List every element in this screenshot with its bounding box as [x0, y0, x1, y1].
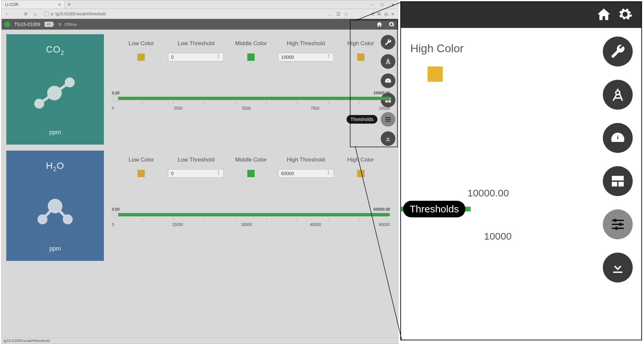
svg-point-6: [47, 86, 62, 100]
wrench-icon: [610, 44, 626, 59]
close-window-button[interactable]: ✕: [387, 1, 398, 8]
co2-slider-fill: [117, 97, 390, 100]
reader-icon[interactable]: ☰: [336, 11, 341, 17]
zoom-body: High Color 10000.00 Thresholds 10000: [401, 28, 641, 340]
zoom-layout-button[interactable]: [603, 166, 633, 196]
h2o-unit: ppm: [49, 245, 61, 252]
h2o-slider-handle[interactable]: [112, 211, 119, 218]
h2o-low-color-swatch[interactable]: [137, 170, 145, 177]
home-nav-button[interactable]: [375, 20, 383, 28]
more-icon[interactable]: …: [328, 11, 333, 17]
spinner-icon[interactable]: ▲▼: [327, 54, 333, 59]
co2-range: 0.00 10000.00 025005000750010000: [112, 97, 390, 111]
label-low-color: Low Color: [114, 157, 169, 163]
reload-icon[interactable]: ⟳: [22, 11, 30, 17]
gauge-icon: [610, 130, 626, 146]
screenshot-icon[interactable]: ⧉: [377, 11, 381, 17]
co2-low-threshold-input[interactable]: [168, 53, 224, 61]
download-icon: [610, 260, 626, 276]
label-high-threshold: High Threshold: [279, 157, 333, 163]
spinner-icon[interactable]: ▲▼: [217, 54, 222, 59]
wifi-status: Offline: [57, 22, 77, 27]
h2o-high-threshold-input[interactable]: [278, 169, 334, 178]
menu-icon[interactable]: ≡: [391, 11, 394, 17]
svg-point-15: [615, 227, 618, 230]
zoom-gauge-button[interactable]: [603, 123, 633, 153]
zoom-wrench-button[interactable]: [603, 37, 633, 66]
shield-icon: [44, 12, 49, 16]
insecure-icon: ⧄: [51, 12, 53, 16]
library-icon[interactable]: ⎙: [371, 11, 374, 17]
h2o-high-color-swatch[interactable]: [357, 170, 364, 177]
label-middle-color: Middle Color: [223, 40, 278, 47]
svg-point-13: [613, 219, 617, 222]
zoom-high-color-swatch[interactable]: [428, 66, 443, 82]
label-low-threshold: Low Threshold: [169, 40, 223, 47]
minimize-button[interactable]: ─: [366, 1, 377, 8]
back-icon[interactable]: ←: [4, 11, 11, 17]
star-icon[interactable]: ☆: [344, 11, 348, 17]
account-icon[interactable]: ◎: [384, 11, 388, 17]
device-name: TG15-01009: [14, 22, 40, 27]
co2-unit: ppm: [49, 129, 61, 136]
url-bar[interactable]: ⧄ tg15-01009.local/#/threshold: [44, 12, 326, 16]
h2o-low-threshold-input[interactable]: [168, 169, 224, 178]
svg-point-10: [48, 199, 62, 213]
tab-title: LI-COR: [5, 2, 19, 7]
h2o-panel: H2O ppm Low Color Low Threshold Middle C…: [6, 151, 393, 261]
close-icon[interactable]: ✕: [58, 2, 61, 7]
home-icon[interactable]: ⌂: [32, 11, 39, 17]
label-low-color: Low Color: [114, 40, 169, 47]
new-tab-button[interactable]: ＋: [65, 1, 73, 8]
zoom-compass-button[interactable]: [603, 80, 633, 110]
browser-status-bar: tg15-01009.local/#/threshold: [2, 338, 398, 344]
url-text: tg15-01009.local/#/threshold: [55, 12, 106, 16]
conn-status: Offline: [64, 22, 77, 27]
h2o-slider-track[interactable]: [112, 213, 390, 216]
co2-settings: Low Color Low Threshold Middle Color Hig…: [109, 34, 393, 145]
co2-panel: CO2 ppm Low Color Low Threshold Middle C…: [6, 34, 393, 145]
h2o-range-min: 0.00: [112, 207, 120, 212]
co2-high-threshold-input[interactable]: [278, 53, 334, 61]
svg-point-11: [38, 214, 47, 224]
svg-point-5: [34, 99, 44, 109]
zoom-download-button[interactable]: [603, 253, 633, 283]
co2-low-color-swatch[interactable]: [137, 54, 145, 61]
gear-icon: [617, 7, 633, 22]
svg-point-12: [63, 214, 73, 224]
co2-middle-color-swatch[interactable]: [247, 54, 255, 61]
co2-slider-track[interactable]: [112, 97, 390, 100]
browser-window: LI-COR ✕ ＋ ─ ☐ ✕ ← → ⟳ ⌂ ⧄ tg15-01009.lo…: [1, 0, 398, 344]
h2o-middle-color-swatch[interactable]: [247, 170, 255, 177]
h2o-range-max: 60000.00: [373, 207, 390, 212]
zoom-thresholds-button[interactable]: [603, 209, 633, 239]
co2-high-color-swatch[interactable]: [357, 54, 364, 61]
toolbar-right: … ☰ ☆ ⎙ ⧉ ◎ ≡: [328, 11, 396, 17]
zoom-callout: High Color 10000.00 Thresholds 10000: [400, 1, 642, 340]
sliders-icon: [610, 216, 626, 232]
maximize-button[interactable]: ☐: [377, 1, 387, 8]
zoom-range-max: 10000.00: [467, 187, 509, 199]
co2-controls: ▲▼ ▲▼: [112, 53, 390, 61]
settings-nav-button[interactable]: [387, 20, 395, 28]
spinner-icon[interactable]: ▲▼: [217, 170, 222, 175]
tab-strip: LI-COR ✕ ＋: [2, 0, 398, 9]
gear-icon: [388, 21, 395, 28]
browser-tab[interactable]: LI-COR ✕: [2, 0, 65, 9]
svg-point-7: [65, 77, 75, 87]
co2-ticks: 025005000750010000: [112, 106, 390, 111]
zoom-high-color-label: High Color: [410, 42, 464, 55]
h2o-labels: Low Color Low Threshold Middle Color Hig…: [112, 157, 390, 163]
zoom-home-button[interactable]: [596, 7, 611, 23]
co2-labels: Low Color Low Threshold Middle Color Hig…: [112, 40, 390, 47]
h2o-title: H2O: [46, 161, 64, 173]
co2-slider-handle[interactable]: [112, 95, 119, 102]
zoom-settings-button[interactable]: [617, 7, 633, 23]
label-high-color: High Color: [333, 157, 388, 163]
layout-icon: [610, 173, 626, 189]
spinner-icon[interactable]: ▲▼: [327, 170, 333, 175]
forward-icon[interactable]: →: [13, 11, 20, 17]
co2-range-max: 10000.00: [373, 91, 390, 95]
zoom-tick-max: 10000: [484, 231, 512, 242]
zoom-thresholds-tooltip: Thresholds: [403, 201, 465, 217]
